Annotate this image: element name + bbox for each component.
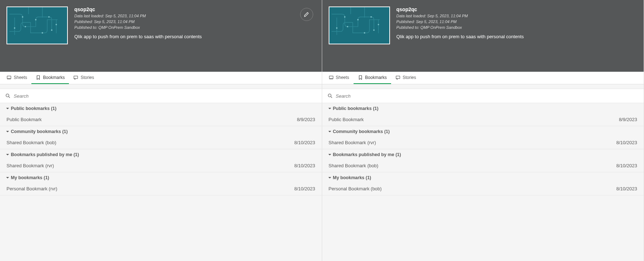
svg-point-3 [35, 19, 36, 21]
bookmark-group: Public bookmarks (1)Public Bookmark8/9/2… [322, 103, 644, 126]
tabs-bar: Sheets Bookmarks Stories [322, 72, 644, 84]
bookmark-row[interactable]: Public Bookmark8/9/2023 [0, 114, 322, 126]
app-description: Qlik app to push from on prem to saas wi… [397, 34, 637, 39]
chevron-down-icon [6, 176, 9, 180]
svg-point-19 [364, 32, 365, 34]
search-icon [327, 93, 333, 99]
group-title: Public bookmarks (1) [11, 106, 56, 111]
app-published-to: Published to: QMP OnPrem Sandbox [74, 25, 294, 30]
chevron-down-icon [328, 130, 332, 133]
app-meta: qsop2qc Data last loaded: Sep 5, 2023, 1… [397, 6, 637, 65]
bookmark-label: Shared Bookmark (bob) [329, 163, 378, 168]
bookmark-groups-left: Public bookmarks (1)Public Bookmark8/9/2… [0, 103, 322, 195]
bookmark-date: 8/10/2023 [616, 163, 637, 168]
app-published: Published: Sep 5, 2023, 11:04 PM [397, 19, 637, 24]
bookmark-date: 8/10/2023 [294, 140, 315, 145]
tab-bookmarks[interactable]: Bookmarks [354, 72, 391, 84]
svg-point-15 [357, 19, 359, 21]
app-last-loaded: Data last loaded: Sep 5, 2023, 11:04 PM [397, 14, 637, 18]
group-title: Bookmarks published by me (1) [11, 152, 79, 157]
svg-point-13 [344, 16, 345, 18]
bookmark-group: Community bookmarks (1)Shared Bookmark (… [322, 126, 644, 149]
search-input[interactable] [336, 93, 639, 99]
bookmark-icon [358, 75, 363, 80]
bookmark-row[interactable]: Shared Bookmark (bob)8/10/2023 [0, 137, 322, 149]
tab-sheets-label: Sheets [336, 75, 349, 80]
app-published-to: Published to: QMP OnPrem Sandbox [397, 25, 637, 30]
chevron-down-icon [6, 153, 9, 156]
group-header[interactable]: Bookmarks published by me (1) [322, 149, 644, 160]
svg-point-7 [42, 32, 43, 34]
bookmark-row[interactable]: Personal Bookmark (bob)8/10/2023 [322, 183, 644, 195]
svg-rect-0 [8, 7, 67, 44]
group-header[interactable]: Public bookmarks (1) [322, 103, 644, 114]
left-pane: qsop2qc Data last loaded: Sep 5, 2023, 1… [0, 0, 322, 261]
app-meta: qsop2qc Data last loaded: Sep 5, 2023, 1… [74, 6, 294, 65]
bookmark-label: Personal Bookmark (rvr) [6, 186, 57, 191]
search-input[interactable] [14, 93, 317, 99]
app-header: qsop2qc Data last loaded: Sep 5, 2023, 1… [322, 0, 644, 72]
tab-sheets-label: Sheets [14, 75, 27, 80]
svg-point-11 [6, 94, 9, 97]
svg-rect-22 [396, 76, 400, 79]
bookmark-group: My bookmarks (1)Personal Bookmark (bob)8… [322, 172, 644, 195]
bookmark-row[interactable]: Shared Bookmark (rvr)8/10/2023 [0, 160, 322, 172]
svg-point-2 [25, 26, 26, 27]
group-title: My bookmarks (1) [333, 175, 371, 180]
bookmark-label: Shared Bookmark (rvr) [329, 140, 376, 145]
group-header[interactable]: My bookmarks (1) [0, 172, 322, 183]
bookmark-row[interactable]: Personal Bookmark (rvr)8/10/2023 [0, 183, 322, 195]
tab-stories[interactable]: Stories [391, 72, 420, 84]
svg-point-20 [377, 24, 379, 25]
stories-icon [395, 75, 400, 80]
bookmark-group: Bookmarks published by me (1)Shared Book… [322, 149, 644, 172]
tab-sheets[interactable]: Sheets [324, 72, 354, 84]
bookmark-icon [36, 75, 41, 80]
tabs-bar: Sheets Bookmarks Stories [0, 72, 322, 84]
app-title: qsop2qc [397, 6, 637, 12]
svg-point-17 [373, 30, 374, 31]
bookmark-groups-right: Public bookmarks (1)Public Bookmark8/9/2… [322, 103, 644, 195]
bookmark-group: Bookmarks published by me (1)Shared Book… [0, 149, 322, 172]
tab-sheets[interactable]: Sheets [2, 72, 31, 84]
app-thumbnail [6, 6, 68, 44]
svg-rect-10 [74, 76, 78, 79]
sheets-icon [329, 75, 334, 80]
group-header[interactable]: My bookmarks (1) [322, 172, 644, 183]
bookmark-row[interactable]: Shared Bookmark (bob)8/10/2023 [322, 160, 644, 172]
app-header: qsop2qc Data last loaded: Sep 5, 2023, 1… [0, 0, 322, 72]
chevron-down-icon [328, 176, 332, 180]
tab-stories[interactable]: Stories [69, 72, 98, 84]
bookmark-row[interactable]: Public Bookmark8/9/2023 [322, 114, 644, 126]
search-icon [5, 93, 11, 99]
group-title: Community bookmarks (1) [333, 129, 390, 134]
svg-point-18 [336, 27, 337, 29]
search-bar[interactable] [322, 89, 644, 103]
group-header[interactable]: Community bookmarks (1) [322, 126, 644, 137]
group-title: My bookmarks (1) [11, 175, 49, 180]
group-title: Public bookmarks (1) [333, 106, 378, 111]
bookmark-label: Public Bookmark [329, 117, 364, 122]
svg-point-8 [56, 24, 57, 25]
tab-bookmarks-label: Bookmarks [365, 75, 387, 80]
bookmark-label: Personal Bookmark (bob) [329, 186, 382, 191]
bookmark-date: 8/10/2023 [616, 140, 637, 145]
tab-stories-label: Stories [403, 75, 416, 80]
group-header[interactable]: Bookmarks published by me (1) [0, 149, 322, 160]
bookmark-date: 8/10/2023 [294, 186, 315, 191]
group-header[interactable]: Public bookmarks (1) [0, 103, 322, 114]
right-pane: qsop2qc Data last loaded: Sep 5, 2023, 1… [322, 0, 644, 261]
bookmark-group: Public bookmarks (1)Public Bookmark8/9/2… [0, 103, 322, 126]
bookmark-label: Shared Bookmark (bob) [6, 140, 56, 145]
search-bar[interactable] [0, 89, 322, 103]
app-thumbnail [329, 6, 390, 44]
svg-rect-21 [329, 76, 333, 79]
bookmark-row[interactable]: Shared Bookmark (rvr)8/10/2023 [322, 137, 644, 149]
chevron-down-icon [6, 107, 9, 110]
tab-bookmarks[interactable]: Bookmarks [31, 72, 69, 84]
group-header[interactable]: Community bookmarks (1) [0, 126, 322, 137]
edit-button[interactable] [300, 8, 313, 21]
app-published: Published: Sep 5, 2023, 11:04 PM [74, 19, 294, 24]
group-title: Community bookmarks (1) [11, 129, 68, 134]
bookmark-group: My bookmarks (1)Personal Bookmark (rvr)8… [0, 172, 322, 195]
